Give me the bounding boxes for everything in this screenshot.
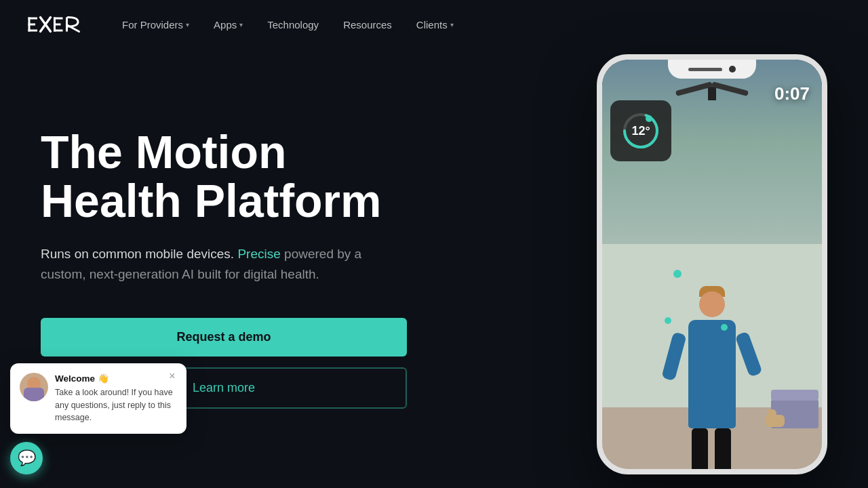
chat-welcome-text: Welcome 👋 bbox=[55, 373, 176, 384]
phone-speaker bbox=[688, 68, 722, 71]
nav-apps[interactable]: Apps ▾ bbox=[214, 19, 243, 30]
chevron-down-icon: ▾ bbox=[450, 21, 454, 28]
phone-screen: 0:07 12° bbox=[602, 60, 822, 469]
svg-rect-3 bbox=[28, 30, 38, 32]
nav-links: For Providers ▾ Apps ▾ Technology Resour… bbox=[122, 19, 454, 30]
dog bbox=[766, 415, 785, 427]
person-figure bbox=[688, 320, 736, 428]
phone-frame: 0:07 12° bbox=[597, 54, 827, 474]
hero-subtitle: Runs on common mobile devices. Precise p… bbox=[41, 244, 400, 285]
tracking-dot-2 bbox=[665, 317, 671, 324]
nav-for-providers[interactable]: For Providers ▾ bbox=[122, 19, 189, 30]
exercise-timer: 0:07 bbox=[774, 83, 810, 104]
tracking-dot-3 bbox=[721, 324, 728, 331]
svg-rect-2 bbox=[28, 24, 36, 26]
chat-icon: 💬 bbox=[18, 449, 36, 467]
nav-clients[interactable]: Clients ▾ bbox=[416, 19, 454, 30]
chat-message-text: Take a look around! If you have any ques… bbox=[55, 386, 176, 424]
svg-point-14 bbox=[646, 115, 652, 122]
request-demo-button[interactable]: Request a demo bbox=[41, 318, 407, 357]
chat-bubble: × Welcome 👋 Take a look around! If you h… bbox=[10, 363, 186, 434]
logo[interactable] bbox=[27, 14, 88, 35]
chevron-down-icon: ▾ bbox=[186, 21, 189, 28]
phone-camera bbox=[729, 66, 736, 73]
svg-rect-9 bbox=[54, 30, 63, 32]
navbar: For Providers ▾ Apps ▾ Technology Resour… bbox=[0, 0, 868, 49]
nav-technology[interactable]: Technology bbox=[267, 19, 319, 30]
chat-content: Welcome 👋 Take a look around! If you hav… bbox=[20, 373, 176, 424]
chevron-down-icon: ▾ bbox=[239, 21, 243, 28]
nav-resources[interactable]: Resources bbox=[343, 19, 392, 30]
angle-value: 12° bbox=[631, 124, 650, 138]
phone-mockup: 0:07 12° bbox=[597, 54, 827, 474]
svg-rect-1 bbox=[28, 18, 38, 20]
chat-toggle-button[interactable]: 💬 bbox=[10, 442, 43, 474]
svg-rect-7 bbox=[54, 18, 63, 20]
chat-avatar bbox=[20, 373, 48, 401]
angle-indicator-widget: 12° bbox=[610, 100, 671, 161]
hero-title: The Motion Health Platform bbox=[41, 128, 400, 225]
chat-close-button[interactable]: × bbox=[166, 370, 178, 382]
tracking-dot-1 bbox=[673, 270, 682, 278]
angle-circle: 12° bbox=[620, 110, 661, 151]
svg-rect-10 bbox=[66, 18, 68, 32]
person-body bbox=[688, 320, 736, 428]
phone-notch bbox=[668, 60, 756, 79]
svg-rect-8 bbox=[54, 24, 61, 26]
chat-text-area: Welcome 👋 Take a look around! If you hav… bbox=[55, 373, 176, 424]
